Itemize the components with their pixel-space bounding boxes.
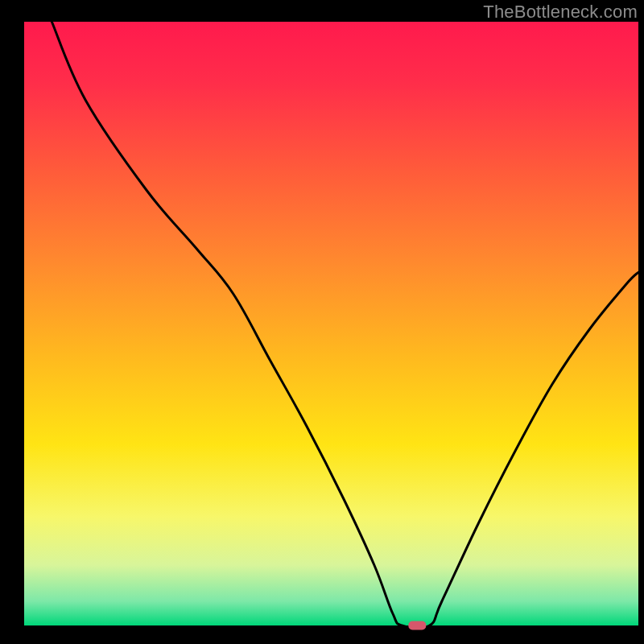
- chart-frame: { "watermark": "TheBottleneck.com", "cha…: [0, 0, 644, 644]
- watermark: TheBottleneck.com: [483, 2, 638, 23]
- gradient-background: [24, 22, 638, 625]
- bottleneck-chart: [0, 0, 644, 644]
- minimum-marker: [408, 621, 426, 630]
